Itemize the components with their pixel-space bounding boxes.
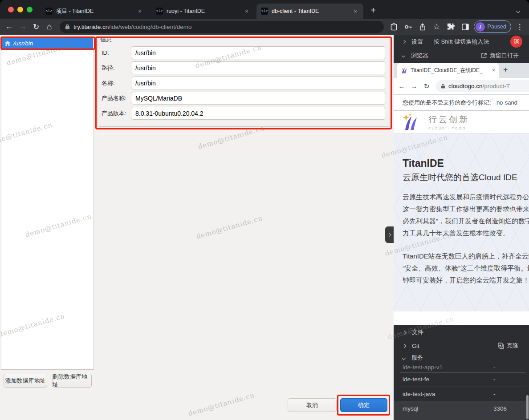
titanide-favicon: <t> — [261, 8, 268, 15]
service-port: 3306 — [493, 405, 507, 412]
files-section-row[interactable]: 文件 — [394, 326, 529, 339]
field-label-product-name: 产品名称: — [102, 94, 131, 102]
tab-db-client-active[interactable]: <t> db-client - TitanIDE × — [256, 4, 363, 19]
chevron-right-icon — [402, 330, 407, 335]
confirm-button[interactable]: 确定 — [340, 398, 387, 412]
cloudtogo-header: 行云创新 CLOUD · TOGO — [394, 111, 529, 133]
extensions-puzzle-icon[interactable] — [445, 21, 457, 32]
tab-close-icon[interactable]: × — [136, 8, 143, 15]
open-new-window-label: 新窗口打开 — [490, 52, 519, 60]
field-label-path: 路径: — [102, 64, 131, 72]
settings-section-row[interactable]: 设置 按 Shift 键切换输入法 演 — [394, 35, 529, 49]
unsupported-flag-infobar: 您使用的是不受支持的命令行标记: --no-sand — [394, 94, 529, 111]
form-legend: 信息 — [99, 36, 113, 44]
password-key-icon[interactable] — [403, 21, 414, 32]
clipboard-icon[interactable] — [388, 21, 400, 32]
new-tab-button[interactable]: + — [367, 4, 379, 17]
bookmark-star-icon[interactable]: ☆ — [431, 21, 443, 32]
lock-icon — [65, 24, 70, 30]
service-name[interactable]: ide-test-app-v1 — [403, 364, 443, 371]
service-name[interactable]: ide-test-fe — [403, 376, 429, 383]
browser-window: <t> 项目 - TitanIDE × <t> ruoyi - TitanIDE… — [0, 0, 529, 420]
field-label-id: ID: — [102, 49, 131, 56]
brand-subtitle: CLOUD · TOGO — [428, 126, 469, 130]
panel-collapse-handle[interactable] — [385, 226, 394, 243]
embedded-forward-button[interactable]: → — [408, 82, 420, 90]
git-clone-label: 克隆 — [507, 342, 518, 350]
close-window-button[interactable] — [8, 7, 14, 12]
browser-tab-strip: <t> 项目 - TitanIDE × <t> ruoyi - TitanIDE… — [0, 0, 529, 19]
delete-database-button[interactable]: 删除数据库地址 — [52, 374, 92, 388]
sync-paused-status: Paused — [488, 24, 506, 30]
maximize-window-button[interactable] — [27, 7, 33, 12]
tab-separator — [149, 7, 149, 15]
embedded-tab-title: TitanIDE_CloudIDE_在线IDE_ — [411, 67, 489, 74]
embedded-new-tab-button[interactable]: + — [503, 65, 508, 75]
profile-button[interactable]: J Paused — [474, 20, 511, 33]
avatar: J — [476, 22, 485, 32]
name-field[interactable] — [131, 77, 386, 89]
embedded-tab[interactable]: TitanIDE_CloudIDE_在线IDE_ × — [397, 63, 499, 78]
product-name-field[interactable] — [131, 92, 386, 105]
white-band — [394, 311, 529, 325]
embedded-tab-close-icon[interactable]: × — [492, 67, 495, 73]
home-button[interactable]: ⌂ — [43, 22, 56, 32]
minimize-window-button[interactable] — [17, 7, 23, 12]
tab-close-icon[interactable]: × — [243, 8, 250, 15]
scrollbar-thumb[interactable] — [526, 395, 529, 419]
ide-side-panel: 设置 按 Shift 键切换输入法 演 浏览器 新窗口打开 — [394, 35, 529, 420]
cancel-button[interactable]: 取消 — [288, 398, 337, 412]
embedded-url-host: cloudtogo.cn — [448, 83, 483, 89]
address-bar[interactable]: try.titanide.cn/ide/web/coding/db-client… — [60, 21, 384, 33]
tab-ruoyi[interactable]: <t> ruoyi - TitanIDE × — [151, 4, 255, 19]
tab-search-chevron-icon[interactable] — [517, 6, 523, 12]
forward-button[interactable]: → — [16, 22, 29, 31]
browser-menu-dots-icon[interactable]: ⋮ — [514, 21, 525, 32]
embedded-back-button[interactable]: ← — [395, 82, 408, 90]
git-section-row[interactable]: Git 克隆 — [394, 339, 529, 352]
chevron-right-icon — [402, 40, 406, 44]
services-section-row[interactable]: 服务 — [394, 351, 529, 364]
embedded-reload-button[interactable]: ↻ — [420, 82, 433, 90]
cloudtogo-logo-icon — [401, 113, 424, 131]
reload-button[interactable]: ↻ — [29, 22, 43, 32]
embedded-address-bar[interactable]: cloudtogo.cn/product-T — [435, 80, 529, 92]
open-new-window-button[interactable]: 新窗口打开 — [481, 52, 519, 60]
service-name[interactable]: ide-test-java — [403, 391, 435, 397]
db-client-app: /usr/bin 信息 ID: 路径: 名称: 产品名称: 产品版本: — [0, 35, 394, 420]
field-label-product-version: 产品版本: — [102, 109, 131, 117]
tab-title: db-client - TitanIDE — [272, 8, 348, 14]
service-port: - — [493, 376, 496, 383]
chevron-down-icon — [402, 54, 405, 57]
git-clone-button[interactable]: 克隆 — [498, 342, 518, 350]
embedded-tab-strip: TitanIDE_CloudIDE_在线IDE_ × + — [394, 63, 529, 78]
share-icon[interactable] — [417, 21, 428, 32]
divider — [400, 372, 526, 373]
hero-subtitle: 云原生时代您的首选Cloud IDE — [403, 172, 517, 183]
tab-project[interactable]: <t> 项目 - TitanIDE × — [41, 4, 148, 19]
hero-paragraph-1: 云原生技术高速发展和后疫情时代远程办公等 这一智力密集型工作提出更高的要求也带来… — [403, 191, 529, 239]
cloudtogo-favicon — [401, 67, 408, 74]
add-database-button[interactable]: 添加数据库地址 — [4, 374, 47, 388]
id-field[interactable] — [131, 46, 386, 59]
side-panel-icon[interactable] — [460, 21, 471, 32]
database-list-item-selected[interactable]: /usr/bin — [2, 37, 93, 49]
database-address-label: /usr/bin — [13, 40, 33, 47]
field-label-name: 名称: — [102, 79, 131, 87]
services-section-label: 服务 — [411, 354, 423, 362]
path-field[interactable] — [131, 61, 386, 74]
database-address-list[interactable]: /usr/bin — [1, 36, 94, 370]
tab-close-icon[interactable]: × — [352, 8, 359, 15]
ime-hint: 按 Shift 键切换输入法 — [434, 38, 489, 46]
browser-section-label: 浏览器 — [411, 52, 428, 60]
files-section-label: 文件 — [412, 328, 423, 336]
demo-badge: 演 — [510, 36, 522, 48]
product-version-field[interactable] — [131, 107, 386, 120]
hero-title: TitanIDE — [403, 158, 444, 170]
back-button[interactable]: ← — [3, 22, 16, 31]
git-section-label: Git — [412, 343, 419, 349]
service-name[interactable]: mysql — [403, 405, 418, 412]
chevron-down-icon — [402, 355, 406, 360]
browser-section-row[interactable]: 浏览器 新窗口打开 — [394, 48, 529, 63]
open-new-window-icon — [481, 52, 487, 59]
